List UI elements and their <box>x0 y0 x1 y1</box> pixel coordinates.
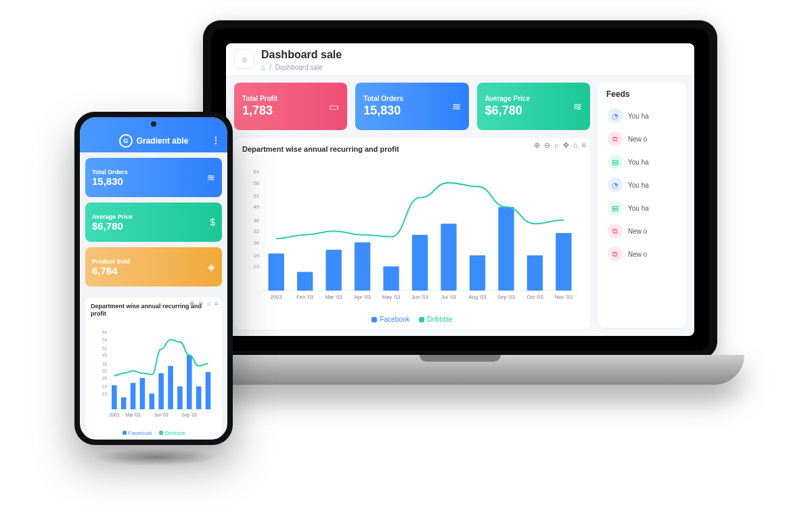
svg-rect-48 <box>168 366 173 409</box>
phone-card-blue[interactable]: Total Orders15,830≋ <box>85 158 222 197</box>
phone-card-value: $6,780 <box>92 220 133 232</box>
feed-item[interactable]: ▤You ha <box>606 150 678 173</box>
svg-rect-10 <box>269 253 284 291</box>
svg-rect-19 <box>527 255 543 291</box>
legend-facebook[interactable]: Facebook <box>371 316 409 323</box>
svg-text:26: 26 <box>254 240 260 246</box>
brand-name: Gradient able <box>137 136 189 146</box>
cart-icon: ⧉ <box>608 224 623 238</box>
hand-icon[interactable]: ✥ <box>563 141 569 150</box>
phone-chart-panel: Department wise annual recurring and pro… <box>85 297 222 439</box>
svg-rect-14 <box>383 266 399 291</box>
phone-card-value: 15,830 <box>92 175 128 187</box>
svg-text:32: 32 <box>102 368 108 373</box>
svg-text:Feb '03: Feb '03 <box>296 294 314 300</box>
laptop-bezel: ⌂ Dashboard sale ⌂ / Dashboard sale <box>211 28 709 351</box>
bell-icon: ◔ <box>608 177 623 192</box>
chart-svg: 1319263238455158642003Feb '03Mar '03Apr … <box>242 157 582 313</box>
breadcrumb-home-icon[interactable]: ⌂ <box>261 64 265 71</box>
svg-text:Mar '03: Mar '03 <box>126 412 141 417</box>
svg-text:38: 38 <box>102 361 108 366</box>
svg-rect-46 <box>149 394 154 409</box>
feed-item[interactable]: ⧉New o <box>606 127 678 150</box>
svg-text:19: 19 <box>102 384 108 389</box>
feed-text: New o <box>628 228 647 235</box>
feed-item[interactable]: ▤You ha <box>606 196 678 219</box>
feed-text: You ha <box>628 205 649 212</box>
menu-icon[interactable]: ≡ <box>215 300 218 307</box>
svg-rect-43 <box>121 397 127 409</box>
kpi-value: $6,780 <box>485 104 530 118</box>
feed-text: New o <box>628 135 647 143</box>
file-icon: ▤ <box>608 154 623 169</box>
svg-text:45: 45 <box>102 353 108 358</box>
database-icon: ≋ <box>452 100 461 113</box>
svg-text:51: 51 <box>254 193 260 199</box>
database-icon: ≋ <box>573 100 582 113</box>
kpi-label: Total Orders <box>363 95 403 102</box>
plus-icon[interactable]: ⊕ <box>534 141 540 150</box>
svg-rect-12 <box>325 250 341 291</box>
phone-legend-dribbble[interactable]: Dribbble <box>159 430 185 436</box>
phone-card-green[interactable]: Average Price$6,780$ <box>85 203 222 242</box>
feed-text: New o <box>628 251 647 258</box>
phone-card-orange[interactable]: Product Sold6,784◈ <box>85 247 222 287</box>
svg-text:Jun '03: Jun '03 <box>411 294 428 300</box>
svg-rect-51 <box>196 386 202 409</box>
cash-icon: ▭ <box>329 100 339 113</box>
svg-text:32: 32 <box>254 228 260 234</box>
chart-toolbar: ⊕⊖⌕✥⌂≡ <box>534 141 586 150</box>
svg-text:19: 19 <box>254 253 260 259</box>
menu-icon[interactable]: ≡ <box>582 141 586 150</box>
feed-text: You ha <box>628 158 649 166</box>
dashboard-app: ⌂ Dashboard sale ⌂ / Dashboard sale <box>226 43 694 336</box>
phone-legend-facebook[interactable]: Facebook <box>122 430 152 436</box>
plus-icon[interactable]: ⊕ <box>189 300 195 307</box>
kpi-row: Total Profit1,783▭Total Orders15,830≋Ave… <box>234 83 590 130</box>
feed-item[interactable]: ◔You ha <box>606 173 678 196</box>
svg-text:13: 13 <box>254 263 260 270</box>
svg-text:May '03: May '03 <box>382 294 401 300</box>
feed-item[interactable]: ⧉New o <box>606 219 678 242</box>
feed-item[interactable]: ◔You ha <box>606 104 678 127</box>
svg-rect-52 <box>206 372 211 409</box>
phone-card-label: Total Orders <box>92 169 128 175</box>
brand-logo-icon: G <box>119 134 133 148</box>
phone-chart-svg: 1319263238455158642003Mar '03Jun '03Sep … <box>91 320 217 429</box>
svg-rect-20 <box>556 233 571 291</box>
kpi-card-red[interactable]: Total Profit1,783▭ <box>234 83 347 130</box>
laptop-device: ⌂ Dashboard sale ⌂ / Dashboard sale <box>176 20 744 396</box>
svg-rect-49 <box>177 386 183 409</box>
phone-device: G Gradient able ⋮ Total Orders15,830≋Ave… <box>74 112 233 445</box>
phone-camera <box>151 121 156 127</box>
database-icon: ≋ <box>207 172 215 183</box>
svg-rect-45 <box>140 378 145 409</box>
page-title: Dashboard sale <box>261 49 342 61</box>
home-button[interactable]: ⌂ <box>234 49 254 69</box>
kpi-card-blue[interactable]: Total Orders15,830≋ <box>355 83 468 130</box>
feed-item[interactable]: ⧉New o <box>606 242 678 266</box>
home-icon[interactable]: ⌂ <box>207 300 210 307</box>
laptop-screen: ⌂ Dashboard sale ⌂ / Dashboard sale <box>226 43 694 336</box>
legend-dribbble[interactable]: Dribbble <box>419 316 452 323</box>
chart-panel: Department wise annual recurring and pro… <box>234 138 590 330</box>
svg-rect-47 <box>158 373 164 409</box>
tag-icon: ◈ <box>208 261 215 272</box>
breadcrumb-page: Dashboard sale <box>275 64 323 71</box>
svg-text:Sep '03: Sep '03 <box>182 412 197 418</box>
dollar-icon: $ <box>210 217 215 228</box>
minus-icon[interactable]: ⊖ <box>544 141 550 150</box>
zoom-icon[interactable]: ⌕ <box>554 141 559 150</box>
kpi-card-green[interactable]: Average Price$6,780≋ <box>477 83 590 130</box>
home-icon[interactable]: ⌂ <box>573 141 578 150</box>
breadcrumb: ⌂ / Dashboard sale <box>261 64 342 71</box>
phone-card-label: Average Price <box>92 213 133 220</box>
svg-text:2003: 2003 <box>271 294 282 300</box>
breadcrumb-sep: / <box>269 64 271 71</box>
minus-icon[interactable]: ⊖ <box>198 300 204 307</box>
feeds-title: Feeds <box>606 89 678 99</box>
svg-text:26: 26 <box>102 375 108 380</box>
phone-menu-button[interactable]: ⋮ <box>211 135 221 146</box>
kpi-label: Average Price <box>485 95 530 102</box>
feed-text: You ha <box>628 182 649 189</box>
